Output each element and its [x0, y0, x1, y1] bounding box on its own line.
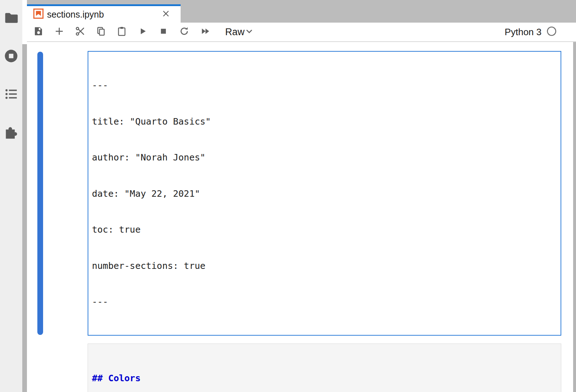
kernel-indicator: Python 3: [505, 26, 576, 38]
sidebar-splitter[interactable]: [22, 0, 27, 392]
splitter-handle[interactable]: [22, 44, 27, 392]
activity-item-extensions[interactable]: [3, 125, 19, 141]
restart-run-all-button[interactable]: [199, 25, 212, 38]
activity-item-table-of-contents[interactable]: [3, 87, 19, 103]
raw-line: toc: true: [92, 224, 557, 236]
tab-close-button[interactable]: [161, 10, 171, 19]
activity-bar: [0, 0, 22, 392]
raw-cell-editor[interactable]: --- title: "Quarto Basics" author: "Nora…: [88, 51, 561, 336]
raw-line: number-sections: true: [92, 260, 557, 272]
cell-type-value: Raw: [225, 27, 245, 38]
raw-line: date: "May 22, 2021": [92, 188, 557, 200]
copy-icon: [96, 26, 106, 38]
save-button[interactable]: [32, 25, 45, 38]
jupyterlab-window: sections.ipynb: [0, 0, 576, 392]
raw-line: ---: [92, 296, 557, 308]
restart-kernel-button[interactable]: [178, 25, 191, 38]
cell-row-markdown-colors: ## Colors - Red - Green - Blue: [27, 344, 576, 392]
folder-icon: [3, 10, 19, 27]
raw-line: author: "Norah Jones": [92, 151, 557, 164]
run-cell-button[interactable]: [136, 25, 149, 38]
table-of-contents-icon: [3, 86, 19, 103]
raw-line: title: "Quarto Basics": [92, 116, 557, 128]
clipboard-icon: [116, 26, 127, 38]
plus-icon: [54, 26, 65, 38]
scissors-icon: [75, 26, 85, 38]
cut-cells-button[interactable]: [74, 25, 87, 38]
close-icon: [161, 9, 171, 20]
dock-panel: sections.ipynb: [27, 0, 576, 392]
extensions-puzzle-icon: [3, 124, 19, 141]
cell-prompt-gutter: [27, 51, 88, 336]
markdown-cell-colors[interactable]: ## Colors - Red - Green - Blue: [88, 344, 561, 392]
insert-cell-button[interactable]: [53, 25, 66, 38]
markdown-heading: ## Colors: [92, 372, 557, 384]
cell-prompt-gutter: [27, 344, 88, 392]
tab-sections-ipynb[interactable]: sections.ipynb: [27, 4, 181, 23]
cell-collapser[interactable]: [37, 52, 43, 335]
notebook-file-icon: [33, 8, 44, 20]
fast-forward-icon: [200, 26, 210, 38]
notebook-toolbar: Raw Python 3: [27, 23, 576, 42]
tab-title: sections.ipynb: [47, 9, 104, 20]
activity-item-running-kernels[interactable]: [3, 49, 19, 65]
chevron-down-icon: [245, 27, 254, 37]
cell-type-select[interactable]: Raw: [225, 27, 283, 38]
paste-cells-button[interactable]: [115, 25, 128, 38]
activity-item-file-browser[interactable]: [3, 11, 19, 27]
running-kernels-icon: [3, 48, 19, 65]
play-icon: [137, 26, 148, 38]
raw-line: ---: [92, 79, 557, 92]
save-icon: [33, 26, 44, 38]
kernel-status-circle-icon: [547, 26, 557, 38]
copy-cells-button[interactable]: [94, 25, 107, 38]
splitter-top-segment: [22, 0, 27, 44]
notebook-content: --- title: "Quarto Basics" author: "Nora…: [27, 42, 576, 392]
interrupt-kernel-button[interactable]: [157, 25, 170, 38]
tab-bar: sections.ipynb: [27, 0, 576, 23]
stop-icon: [158, 26, 169, 38]
right-scrollbar-track[interactable]: [573, 42, 576, 392]
restart-icon: [179, 26, 190, 38]
cell-row-raw: --- title: "Quarto Basics" author: "Nora…: [27, 51, 576, 336]
kernel-name[interactable]: Python 3: [505, 27, 542, 38]
